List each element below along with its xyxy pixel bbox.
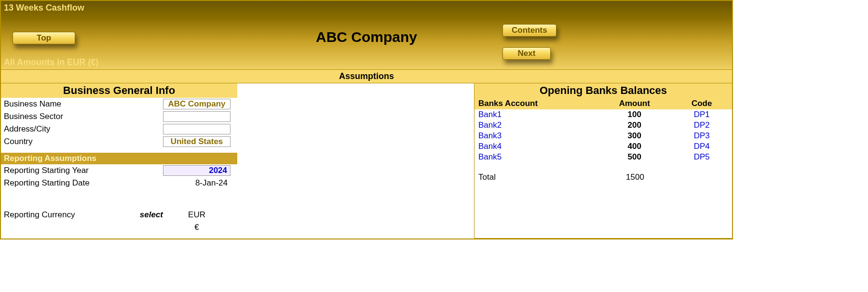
bank-name[interactable]: Bank3 [478,131,594,141]
country-label: Country [4,137,110,146]
bank-name[interactable]: Bank4 [478,142,594,151]
currency-label: Reporting Currency [4,210,110,220]
bank-amount[interactable]: 400 [594,142,675,151]
country-input[interactable]: United States [163,136,231,147]
middle-spacer [237,83,474,239]
bank-code[interactable]: DP3 [675,131,728,141]
bank-row: Bank3 300 DP3 [475,131,732,141]
banks-col-account: Banks Account [478,99,594,108]
business-sector-input[interactable] [163,111,231,122]
bank-code[interactable]: DP5 [675,152,728,162]
currency-symbol: € [163,223,231,232]
workbook-title: 13 Weeks Cashflow [4,3,84,13]
row-start-date: Reporting Starting Date 8-Jan-24 [1,177,237,189]
address-input[interactable] [163,124,231,134]
business-sector-label: Business Sector [4,112,110,121]
reporting-assumptions-title: Reporting Assumptions [1,153,237,164]
banks-header-row: Banks Account Amount Code [475,98,732,109]
content-area: Business General Info Business Name ABC … [1,83,732,239]
business-info-title: Business General Info [1,83,237,98]
worksheet: 13 Weeks Cashflow All Amounts in EUR (€)… [0,0,733,239]
banks-panel-title: Opening Banks Balances [475,83,732,98]
start-year-input[interactable]: 2024 [163,165,231,176]
start-date-value: 8-Jan-24 [163,178,231,188]
banks-col-amount: Amount [594,99,675,108]
bank-name[interactable]: Bank2 [478,120,594,130]
business-name-label: Business Name [4,99,110,109]
header-banner: 13 Weeks Cashflow All Amounts in EUR (€)… [1,1,732,69]
bank-amount[interactable]: 500 [594,152,675,162]
row-address: Address/City [1,123,237,135]
bank-row: Bank2 200 DP2 [475,120,732,131]
currency-value[interactable]: EUR [163,210,231,220]
bank-name[interactable]: Bank1 [478,110,594,119]
section-title: Assumptions [1,69,732,83]
start-year-label: Reporting Starting Year [4,166,110,175]
row-business-name: Business Name ABC Company [1,98,237,110]
address-label: Address/City [4,124,110,134]
left-panel: Business General Info Business Name ABC … [1,83,237,239]
bank-code[interactable]: DP4 [675,142,728,151]
banks-total-row: Total 1500 [475,172,732,183]
row-business-sector: Business Sector [1,110,237,123]
bank-name[interactable]: Bank5 [478,152,594,162]
top-button[interactable]: Top [13,32,75,44]
currency-hint: select [110,210,163,220]
row-country: Country United States [1,135,237,148]
bank-code[interactable]: DP2 [675,120,728,130]
bank-row: Bank4 400 DP4 [475,141,732,152]
banks-col-code: Code [675,99,728,108]
banks-panel: Opening Banks Balances Banks Account Amo… [474,83,732,239]
company-name: ABC Company [1,29,732,45]
row-start-year: Reporting Starting Year 2024 [1,164,237,177]
row-currency: Reporting Currency select EUR [1,209,237,221]
contents-button[interactable]: Contents [502,24,556,37]
bank-amount[interactable]: 100 [594,110,675,119]
business-name-input[interactable]: ABC Company [163,99,231,109]
bank-code[interactable]: DP1 [675,110,728,119]
bank-row: Bank1 100 DP1 [475,109,732,120]
next-button[interactable]: Next [502,47,551,60]
bank-row: Bank5 500 DP5 [475,152,732,162]
banks-total-value: 1500 [594,173,676,182]
banks-total-label: Total [478,173,594,182]
bank-amount[interactable]: 200 [594,120,675,130]
start-date-label: Reporting Starting Date [4,178,110,188]
row-currency-symbol: € [1,221,237,234]
bank-amount[interactable]: 300 [594,131,675,141]
amounts-note: All Amounts in EUR (€) [4,57,98,67]
